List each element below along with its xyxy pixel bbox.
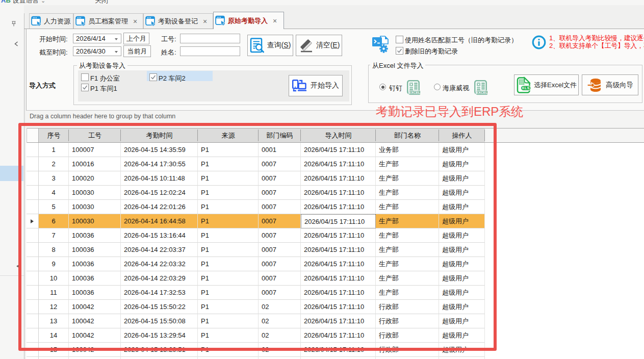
svg-text:EXCEL: EXCEL (409, 91, 421, 94)
svg-text:EXCEL: EXCEL (476, 91, 488, 94)
svg-text:XLS: XLS (522, 86, 530, 90)
